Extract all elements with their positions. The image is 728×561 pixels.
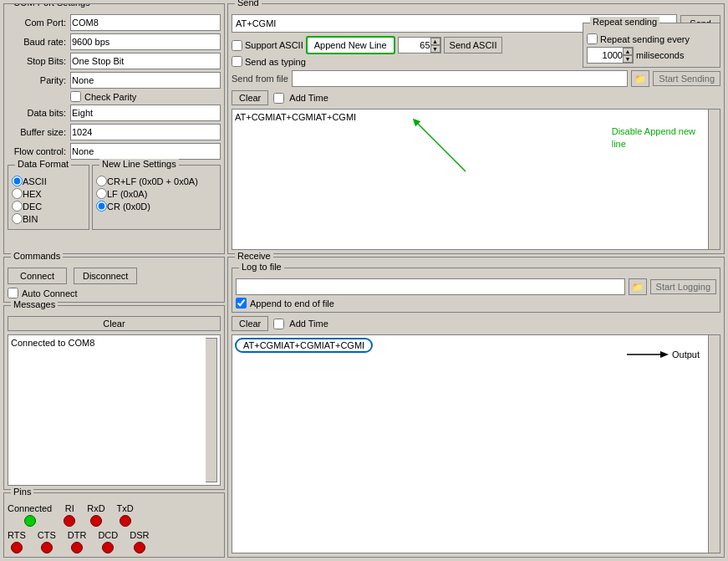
repeat-title: Repeat sending bbox=[590, 17, 659, 27]
hex-label: HEX bbox=[23, 189, 42, 199]
file-path-input[interactable] bbox=[292, 70, 628, 87]
char-up-btn[interactable]: ▲ bbox=[430, 38, 440, 45]
char-value-input[interactable] bbox=[399, 38, 430, 53]
buffer-label: Buffer size: bbox=[8, 127, 70, 137]
com-port-select[interactable]: COM8 bbox=[70, 14, 221, 31]
connect-button[interactable]: Connect bbox=[8, 268, 67, 284]
check-parity-label: Check Parity bbox=[84, 92, 136, 102]
cr-label: CR (0x0D) bbox=[107, 201, 150, 212]
parity-label: Parity: bbox=[8, 75, 70, 85]
repeat-label: Repeat sending every bbox=[600, 34, 690, 44]
send-clear-button[interactable]: Clear bbox=[232, 90, 268, 105]
folder-icon: 📁 bbox=[634, 74, 646, 84]
start-sending-button[interactable]: Start Sending bbox=[653, 71, 720, 86]
append-new-line-button[interactable]: Append New Line bbox=[306, 36, 395, 54]
data-format-panel: Data Format ASCII HEX DEC bbox=[8, 165, 89, 230]
messages-panel: Messages Clear Connected to COM8 bbox=[3, 305, 225, 490]
cts-led bbox=[41, 542, 53, 553]
com-port-panel: COM Port Settings Com Port: COM8 Baud ra… bbox=[3, 3, 225, 254]
new-line-panel: New Line Settings CR+LF (0x0D + 0x0A) LF… bbox=[92, 165, 221, 230]
commands-panel: Commands Connect Disconnect Auto Connect bbox=[3, 257, 225, 303]
rxd-label: RxD bbox=[87, 503, 104, 513]
messages-clear-button[interactable]: Clear bbox=[8, 316, 221, 331]
connected-label: Connected bbox=[8, 503, 52, 513]
baud-label: Baud rate: bbox=[8, 37, 70, 47]
receive-output-oval: AT+CGMIAT+CGMIAT+CGMI bbox=[235, 338, 373, 353]
receive-scrollbar[interactable] bbox=[709, 334, 720, 553]
dcd-label: DCD bbox=[98, 530, 118, 540]
append-checkbox[interactable] bbox=[236, 298, 247, 309]
char-down-btn[interactable]: ▼ bbox=[430, 45, 440, 53]
log-file-input[interactable] bbox=[236, 278, 625, 295]
send-scrollbar[interactable] bbox=[709, 109, 720, 250]
cr-radio[interactable] bbox=[96, 201, 107, 212]
dtr-label: DTR bbox=[68, 530, 87, 540]
dsr-label: DSR bbox=[130, 530, 149, 540]
ascii-label: ASCII bbox=[23, 176, 47, 186]
send-panel: Send Send Support ASCII Append New Line bbox=[227, 3, 725, 254]
parity-select[interactable]: None bbox=[70, 72, 221, 89]
buffer-select[interactable]: 1024 bbox=[70, 124, 221, 140]
databits-label: Data bits: bbox=[8, 108, 70, 118]
crlf-radio[interactable] bbox=[96, 176, 107, 186]
crlf-label: CR+LF (0x0D + 0x0A) bbox=[107, 176, 198, 186]
hex-radio[interactable] bbox=[12, 188, 23, 199]
ms-label: miliseconds bbox=[636, 50, 684, 60]
dcd-led bbox=[102, 542, 114, 553]
ms-down-btn[interactable]: ▼ bbox=[623, 55, 633, 63]
add-time-checkbox[interactable] bbox=[273, 93, 284, 104]
char-spinner: ▲ ▼ bbox=[398, 37, 441, 54]
cts-label: CTS bbox=[38, 530, 56, 540]
ri-led bbox=[64, 515, 75, 527]
databits-select[interactable]: Eight bbox=[70, 105, 221, 121]
new-line-title: New Line Settings bbox=[99, 159, 179, 169]
rxd-led bbox=[90, 515, 102, 527]
commands-title: Commands bbox=[11, 251, 63, 261]
ms-spinner: ▲ ▼ bbox=[587, 47, 634, 64]
check-parity-checkbox[interactable] bbox=[70, 91, 81, 102]
log-panel: Log to file 📁 Start Logging Append to en… bbox=[232, 268, 720, 313]
log-browse-button[interactable]: 📁 bbox=[629, 278, 647, 295]
send-from-file-label: Send from file bbox=[232, 74, 288, 84]
disconnect-button[interactable]: Disconnect bbox=[74, 268, 137, 284]
messages-title: Messages bbox=[11, 299, 58, 309]
auto-connect-label: Auto Connect bbox=[22, 288, 78, 298]
data-format-title: Data Format bbox=[15, 159, 71, 169]
stop-select[interactable]: One Stop Bit bbox=[70, 53, 221, 69]
dsr-led bbox=[134, 542, 145, 553]
output-arrow bbox=[627, 346, 669, 363]
dec-label: DEC bbox=[23, 201, 42, 212]
output-label: Output bbox=[672, 349, 700, 360]
ascii-radio[interactable] bbox=[12, 176, 23, 186]
dec-radio[interactable] bbox=[12, 201, 23, 212]
start-logging-button[interactable]: Start Logging bbox=[650, 279, 716, 294]
lf-label: LF (0x0A) bbox=[107, 189, 147, 199]
pins-panel: Pins Connected RI RxD TxD bbox=[3, 492, 225, 558]
svg-marker-2 bbox=[660, 351, 669, 358]
messages-content: Connected to COM8 bbox=[11, 338, 206, 482]
file-browse-button[interactable]: 📁 bbox=[631, 70, 649, 87]
log-title: Log to file bbox=[239, 262, 284, 272]
support-ascii-checkbox[interactable] bbox=[232, 40, 242, 51]
baud-select[interactable]: 9600 bps bbox=[70, 33, 221, 50]
stop-label: Stop Bits: bbox=[8, 56, 70, 66]
auto-connect-checkbox[interactable] bbox=[8, 288, 18, 298]
repeat-checkbox[interactable] bbox=[587, 33, 598, 44]
send-ascii-button[interactable]: Send ASCII bbox=[444, 37, 503, 54]
pins-title: Pins bbox=[11, 487, 33, 497]
lf-radio[interactable] bbox=[96, 188, 107, 199]
messages-text-area: Connected to COM8 bbox=[8, 334, 221, 486]
annotation-text: Disable Append newline bbox=[612, 125, 695, 151]
output-annotation: Output bbox=[627, 346, 700, 363]
receive-add-time-checkbox[interactable] bbox=[273, 319, 284, 329]
ms-up-btn[interactable]: ▲ bbox=[623, 48, 633, 55]
send-as-typing-checkbox[interactable] bbox=[232, 56, 242, 67]
bin-radio[interactable] bbox=[12, 213, 23, 224]
send-as-typing-label: Send as typing bbox=[245, 57, 306, 67]
messages-scrollbar[interactable] bbox=[206, 338, 217, 482]
com-port-title: COM Port Settings bbox=[11, 3, 93, 8]
flow-select[interactable]: None bbox=[70, 143, 221, 160]
ms-value-input[interactable] bbox=[588, 48, 623, 63]
receive-clear-button[interactable]: Clear bbox=[232, 316, 268, 331]
receive-output-text: AT+CGMIAT+CGMIAT+CGMI bbox=[243, 340, 364, 350]
